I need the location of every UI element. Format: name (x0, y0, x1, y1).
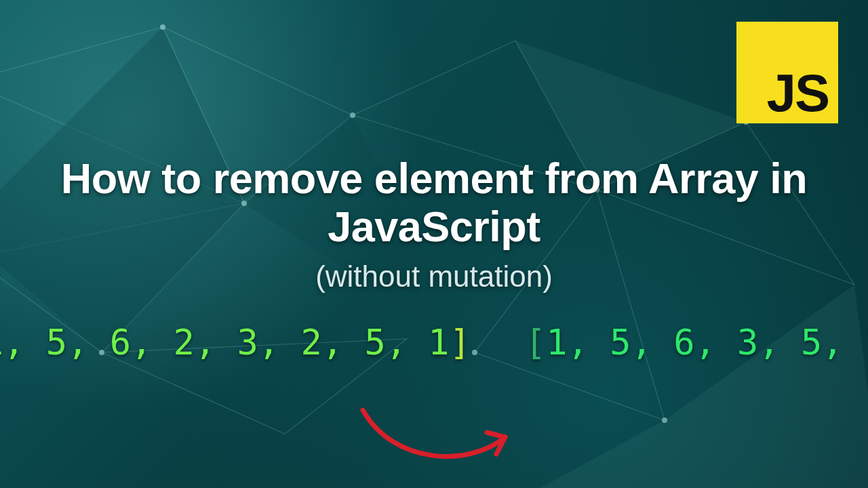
array-input-items: 1, 5, 6, 2, 3, 2, 5, 1 (0, 322, 450, 363)
array-output: [1, 5, 6, 3, 5, 1] (525, 322, 868, 363)
subtitle-text: (without mutation) (315, 260, 553, 293)
bracket-close: ] (450, 322, 471, 363)
arrays-row: [1, 5, 6, 2, 3, 2, 5, 1] [1, 5, 6, 3, 5,… (0, 322, 868, 363)
content: How to remove element from Array in Java… (0, 0, 868, 488)
bracket-open: [ (525, 322, 546, 363)
array-output-items: 1, 5, 6, 3, 5, 1 (546, 322, 868, 363)
array-input: [1, 5, 6, 2, 3, 2, 5, 1] (0, 322, 471, 363)
title-text: How to remove element from Array in Java… (41, 155, 827, 250)
